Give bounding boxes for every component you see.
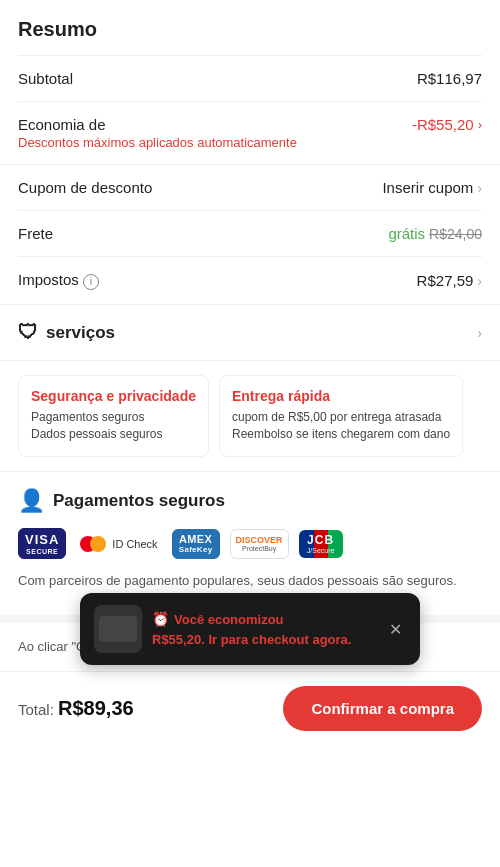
impostos-info-icon[interactable]: i <box>83 274 99 290</box>
frete-original: R$24,00 <box>429 226 482 242</box>
economia-value-block: -R$55,20 › <box>412 116 482 133</box>
services-title: serviços <box>46 323 115 343</box>
visa-secure-badge: VISA SECURE <box>18 528 66 559</box>
service-card-security-title: Segurança e privacidade <box>31 388 196 404</box>
confirm-purchase-button[interactable]: Confirmar a compra <box>283 686 482 731</box>
economia-value: -R$55,20 <box>412 116 474 133</box>
subtotal-label: Subtotal <box>18 70 73 87</box>
visa-secure-text: SECURE <box>26 548 58 555</box>
chevron-right-icon[interactable]: › <box>478 117 482 132</box>
total-value: R$89,36 <box>58 697 134 719</box>
service-card-security-item-2: Dados pessoais seguros <box>31 427 196 441</box>
cupom-value: Inserir cupom › <box>382 179 482 196</box>
user-shield-icon: 👤 <box>18 488 45 514</box>
economia-row: Economia de Descontos máximos aplicados … <box>0 102 500 165</box>
economia-left: Economia de Descontos máximos aplicados … <box>18 116 412 150</box>
frete-row: Frete grátis R$24,00 <box>0 211 500 256</box>
amex-text: AMEX <box>179 533 212 545</box>
toast-image <box>94 605 142 653</box>
shield-icon: 🛡 <box>18 321 38 344</box>
summary-title: Resumo <box>18 18 482 41</box>
safekey-text: SafeKey <box>179 545 213 554</box>
services-chevron-icon: › <box>477 325 482 341</box>
total-block: Total: R$89,36 <box>18 697 134 720</box>
frete-value: grátis R$24,00 <box>388 225 482 242</box>
service-card-security: Segurança e privacidade Pagamentos segur… <box>18 375 209 457</box>
id-check-text: ID Check <box>112 538 157 550</box>
impostos-label: Impostos i <box>18 271 99 290</box>
secure-payments-header: 👤 Pagamentos seguros <box>18 488 482 514</box>
cupom-label: Cupom de desconto <box>18 179 152 196</box>
toast-close-button[interactable]: ✕ <box>385 618 406 641</box>
subtotal-value: R$116,97 <box>417 70 482 87</box>
impostos-chevron-icon: › <box>477 273 482 289</box>
subtotal-row: Subtotal R$116,97 <box>0 56 500 101</box>
toast-title: ⏰ Você economizou <box>152 609 375 630</box>
discover-badge: DISCOVER ProtectBuy <box>230 529 289 559</box>
services-section: 🛡 serviços › Segurança e privacidade Pag… <box>0 304 500 471</box>
service-card-delivery-item-1: cupom de R$5,00 por entrega atrasada <box>232 410 450 424</box>
bottom-bar: Total: R$89,36 Confirmar a compra <box>0 671 500 745</box>
mastercard-badge: ID Check <box>76 529 161 559</box>
services-cards: Segurança e privacidade Pagamentos segur… <box>0 361 500 471</box>
service-card-delivery-item-2: Reembolso se itens chegarem com dano <box>232 427 450 441</box>
toast-message: R$55,20. Ir para checkout agora. <box>152 630 375 650</box>
jcb-badge: JCB J/Secure <box>299 530 343 558</box>
jcb-text: JCB <box>307 533 334 547</box>
jcb-secure-text: J/Secure <box>307 547 335 554</box>
visa-text: VISA <box>25 532 59 547</box>
payment-logos: VISA SECURE ID Check AMEX SafeKey DISCOV… <box>18 528 482 559</box>
services-header-left: 🛡 serviços <box>18 321 115 344</box>
frete-free: grátis <box>388 225 425 242</box>
economia-sub[interactable]: Descontos máximos aplicados automaticame… <box>18 135 412 150</box>
discover-text: DISCOVER <box>236 535 283 545</box>
impostos-value: R$27,59 › <box>417 272 482 289</box>
cupom-chevron-icon: › <box>477 180 482 196</box>
mc-orange-circle <box>90 536 106 552</box>
toast-image-inner <box>99 616 137 642</box>
service-card-security-item-1: Pagamentos seguros <box>31 410 196 424</box>
services-header[interactable]: 🛡 serviços › <box>0 304 500 361</box>
secure-payments-title: Pagamentos seguros <box>53 491 225 511</box>
total-label: Total: <box>18 701 54 718</box>
impostos-row[interactable]: Impostos i R$27,59 › <box>0 257 500 304</box>
protect-buy-text: ProtectBuy <box>242 545 276 552</box>
toast-clock-icon: ⏰ <box>152 609 169 630</box>
toast-notification: ⏰ Você economizou R$55,20. Ir para check… <box>80 593 420 665</box>
service-card-delivery: Entrega rápida cupom de R$5,00 por entre… <box>219 375 463 457</box>
service-card-delivery-title: Entrega rápida <box>232 388 450 404</box>
frete-label: Frete <box>18 225 53 242</box>
page-wrapper: Resumo Subtotal R$116,97 Economia de Des… <box>0 0 500 745</box>
summary-section: Resumo <box>0 0 500 41</box>
economia-label: Economia de <box>18 116 412 133</box>
toast-content: ⏰ Você economizou R$55,20. Ir para check… <box>152 609 375 650</box>
cupom-row[interactable]: Cupom de desconto Inserir cupom › <box>0 165 500 210</box>
amex-safekey-badge: AMEX SafeKey <box>172 529 220 559</box>
